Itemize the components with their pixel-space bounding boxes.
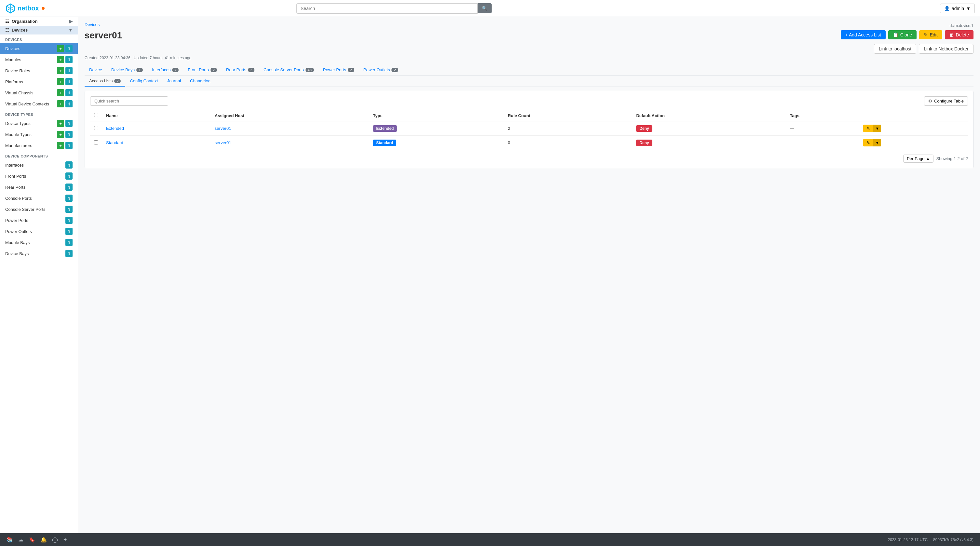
fp-import-btn[interactable]: ⇧ bbox=[65, 172, 73, 180]
page-meta: Created 2023-01-23 04:36 · Updated 7 hou… bbox=[84, 56, 974, 60]
vdc-import-btn[interactable]: ⇧ bbox=[65, 100, 73, 107]
pp-import-btn[interactable]: ⇧ bbox=[65, 217, 73, 224]
subtab-config-context[interactable]: Config Context bbox=[125, 76, 162, 86]
sidebar-item-device-types[interactable]: Device Types + ⇧ bbox=[0, 118, 78, 129]
sidebar-item-vdc[interactable]: Virtual Device Contexts + ⇧ bbox=[0, 98, 78, 109]
bell-icon[interactable]: 🔔 bbox=[40, 536, 47, 543]
dt-import-btn[interactable]: ⇧ bbox=[65, 120, 73, 127]
slack-icon[interactable]: ✦ bbox=[63, 536, 67, 543]
col-header-assigned-host: Assigned Host bbox=[211, 110, 369, 121]
sidebar-item-console-server-ports[interactable]: Console Server Ports ⇧ bbox=[0, 204, 78, 215]
sidebar-item-front-ports[interactable]: Front Ports ⇧ bbox=[0, 170, 78, 181]
sidebar-item-rear-ports[interactable]: Rear Ports ⇧ bbox=[0, 181, 78, 193]
sidebar-section-device-components: DEVICE COMPONENTS Interfaces ⇧ Front Por… bbox=[0, 151, 78, 259]
row-edit-btn[interactable]: ✎ bbox=[863, 125, 873, 132]
sidebar-item-devices[interactable]: Devices + ⇧ bbox=[0, 43, 78, 54]
assigned-host-link[interactable]: server01 bbox=[215, 126, 231, 131]
platforms-import-btn[interactable]: ⇧ bbox=[65, 78, 73, 85]
sidebar-item-modules[interactable]: Modules + ⇧ bbox=[0, 54, 78, 65]
row-edit-btn[interactable]: ✎ bbox=[863, 139, 873, 146]
interfaces-import-btn[interactable]: ⇧ bbox=[65, 161, 73, 169]
subtab-changelog[interactable]: Changelog bbox=[185, 76, 215, 86]
sidebar-item-virtual-chassis[interactable]: Virtual Chassis + ⇧ bbox=[0, 87, 78, 98]
sidebar-item-device-roles[interactable]: Device Roles + ⇧ bbox=[0, 65, 78, 76]
modules-add-btn[interactable]: + bbox=[57, 56, 64, 63]
github-icon[interactable]: ◯ bbox=[52, 536, 58, 543]
row-action-dropdown-btn[interactable]: ▼ bbox=[873, 139, 881, 146]
row-select-checkbox[interactable] bbox=[94, 140, 98, 145]
subtab-journal[interactable]: Journal bbox=[162, 76, 185, 86]
tab-power-outlets[interactable]: Power Outlets 2 bbox=[359, 65, 403, 75]
cell-type: Standard bbox=[369, 136, 504, 150]
sidebar-item-module-bays[interactable]: Module Bays ⇧ bbox=[0, 237, 78, 248]
cell-rule-count: 2 bbox=[504, 121, 633, 136]
dt-add-btn[interactable]: + bbox=[57, 120, 64, 127]
assigned-host-link[interactable]: server01 bbox=[215, 140, 231, 145]
tab-console-server-ports[interactable]: Console Server Ports 48 bbox=[259, 65, 318, 75]
sidebar-item-module-types[interactable]: Module Types + ⇧ bbox=[0, 129, 78, 140]
sidebar-item-manufacturers[interactable]: Manufacturers + ⇧ bbox=[0, 140, 78, 151]
sidebar-item-power-ports[interactable]: Power Ports ⇧ bbox=[0, 215, 78, 226]
tab-front-ports[interactable]: Front Ports 2 bbox=[183, 65, 221, 75]
main-content: Devices dcim.device:1 server01 + Add Acc… bbox=[78, 17, 980, 533]
db-import-btn[interactable]: ⇧ bbox=[65, 250, 73, 257]
rp-import-btn[interactable]: ⇧ bbox=[65, 183, 73, 191]
tab-rear-ports[interactable]: Rear Ports 2 bbox=[221, 65, 259, 75]
sidebar-item-console-ports[interactable]: Console Ports ⇧ bbox=[0, 193, 78, 204]
quick-search-input[interactable] bbox=[90, 96, 168, 106]
tab-power-ports[interactable]: Power Ports 2 bbox=[318, 65, 359, 75]
modules-import-btn[interactable]: ⇧ bbox=[65, 56, 73, 63]
mfr-add-btn[interactable]: + bbox=[57, 142, 64, 149]
per-page-button[interactable]: Per Page ▲ bbox=[903, 154, 934, 163]
po-import-btn[interactable]: ⇧ bbox=[65, 228, 73, 235]
platforms-add-btn[interactable]: + bbox=[57, 78, 64, 85]
main-tabs: Device Device Bays 1 Interfaces 7 Front … bbox=[84, 65, 974, 76]
book-icon[interactable]: 📚 bbox=[6, 536, 13, 543]
global-search-button[interactable]: 🔍 bbox=[478, 3, 492, 13]
device-roles-import-btn[interactable]: ⇧ bbox=[65, 67, 73, 74]
global-search-input[interactable] bbox=[296, 3, 478, 14]
mb-import-btn[interactable]: ⇧ bbox=[65, 239, 73, 246]
sidebar-group-organization[interactable]: ☷ Organization ▶ bbox=[0, 17, 78, 26]
vc-add-btn[interactable]: + bbox=[57, 89, 64, 96]
row-name-link[interactable]: Extended bbox=[106, 126, 124, 131]
delete-button[interactable]: 🗑 Delete bbox=[945, 30, 974, 39]
cell-assigned-host: server01 bbox=[211, 121, 369, 136]
row-name-link[interactable]: Standard bbox=[106, 140, 123, 145]
add-access-list-button[interactable]: + Add Access List bbox=[841, 30, 886, 39]
link-netbox-docker-button[interactable]: Link to Netbox Docker bbox=[919, 44, 974, 54]
vdc-add-btn[interactable]: + bbox=[57, 100, 64, 107]
sidebar-item-device-bays[interactable]: Device Bays ⇧ bbox=[0, 248, 78, 259]
subtab-access-lists[interactable]: Access Lists 2 bbox=[84, 76, 125, 86]
configure-table-button[interactable]: ⚙ Configure Table bbox=[924, 96, 968, 106]
sidebar-item-power-outlets[interactable]: Power Outlets ⇧ bbox=[0, 226, 78, 237]
devices-import-btn[interactable]: ⇧ bbox=[65, 45, 73, 52]
mfr-import-btn[interactable]: ⇧ bbox=[65, 142, 73, 149]
cell-default-action: Deny bbox=[632, 136, 786, 150]
sidebar-item-platforms[interactable]: Platforms + ⇧ bbox=[0, 76, 78, 87]
row-action-dropdown-btn[interactable]: ▼ bbox=[873, 125, 881, 132]
device-roles-add-btn[interactable]: + bbox=[57, 67, 64, 74]
mt-add-btn[interactable]: + bbox=[57, 131, 64, 138]
devices-add-btn[interactable]: + bbox=[57, 45, 64, 52]
cell-row-actions: ✎ ▼ bbox=[859, 136, 968, 150]
cloud-icon[interactable]: ☁ bbox=[18, 536, 24, 543]
breadcrumb-link[interactable]: Devices bbox=[84, 22, 100, 27]
bookmark-icon[interactable]: 🔖 bbox=[29, 536, 35, 543]
link-localhost-button[interactable]: Link to localhost bbox=[874, 44, 916, 54]
tab-device-bays[interactable]: Device Bays 1 bbox=[107, 65, 147, 75]
cp-import-btn[interactable]: ⇧ bbox=[65, 194, 73, 202]
row-select-checkbox[interactable] bbox=[94, 126, 98, 130]
row-action-split: ✎ ▼ bbox=[863, 125, 881, 132]
csp-import-btn[interactable]: ⇧ bbox=[65, 205, 73, 213]
clone-button[interactable]: 📋 Clone bbox=[888, 30, 917, 39]
sidebar-group-devices[interactable]: ☷ Devices ▼ bbox=[0, 26, 78, 35]
sidebar-item-interfaces[interactable]: Interfaces ⇧ bbox=[0, 159, 78, 170]
edit-button[interactable]: ✎ Edit bbox=[919, 30, 942, 39]
mt-import-btn[interactable]: ⇧ bbox=[65, 131, 73, 138]
select-all-checkbox[interactable] bbox=[94, 113, 98, 117]
vc-import-btn[interactable]: ⇧ bbox=[65, 89, 73, 96]
tab-interfaces[interactable]: Interfaces 7 bbox=[147, 65, 183, 75]
user-menu-button[interactable]: 👤 admin ▼ bbox=[940, 3, 975, 13]
tab-device[interactable]: Device bbox=[84, 65, 107, 75]
